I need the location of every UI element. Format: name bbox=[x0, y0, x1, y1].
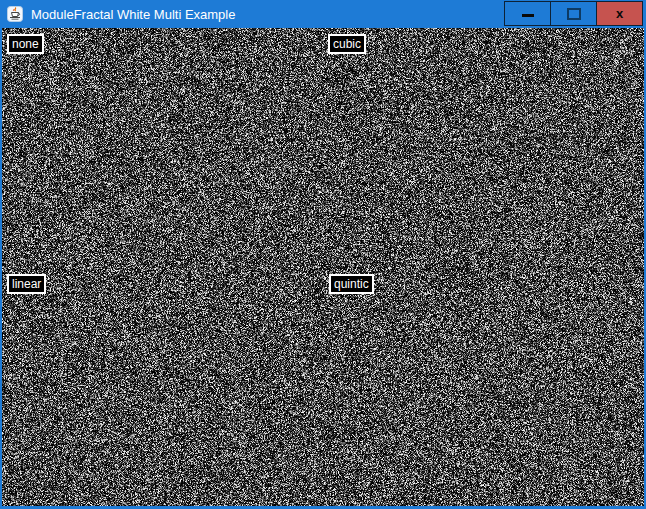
window-title: ModuleFractal White Multi Example bbox=[31, 7, 235, 22]
noise-viewport: none cubic linear quintic bbox=[2, 28, 644, 506]
close-button[interactable]: x bbox=[596, 1, 643, 26]
noise-label-linear: linear bbox=[7, 274, 46, 294]
minimize-icon bbox=[522, 14, 534, 17]
noise-label-none: none bbox=[7, 34, 44, 54]
app-window: ModuleFractal White Multi Example x none… bbox=[0, 0, 646, 509]
close-icon: x bbox=[616, 7, 623, 20]
noise-label-cubic: cubic bbox=[328, 34, 366, 54]
minimize-button[interactable] bbox=[504, 1, 551, 26]
window-controls: x bbox=[505, 1, 643, 26]
titlebar[interactable]: ModuleFractal White Multi Example x bbox=[2, 0, 644, 28]
noise-canvas bbox=[2, 28, 644, 506]
maximize-button[interactable] bbox=[550, 1, 597, 26]
maximize-icon bbox=[567, 8, 581, 20]
noise-label-quintic: quintic bbox=[329, 274, 374, 294]
java-coffee-cup-icon bbox=[7, 6, 23, 22]
